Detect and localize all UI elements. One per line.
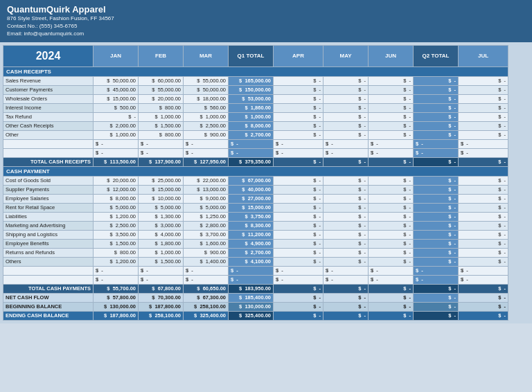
payment-row-returns: Returns and Refunds $ 800.00 $ 1,000.00 …	[3, 248, 533, 257]
payment-row-supplier: Supplier Payments $ 12,000.00 $ 15,000.0…	[3, 185, 533, 194]
payment-row-liabilities: Liabilities $ 1,200.00 $ 1,300.00 $ 1,25…	[3, 212, 533, 221]
label-customer-payments: Customer Payments	[3, 85, 94, 94]
payment-row-empty2: $ -$ -$ - $ - $ -$ -$ - $ - $ -	[3, 275, 533, 284]
col-jan: JAN	[94, 45, 139, 66]
col-jul: JUL	[459, 45, 508, 66]
label-sales-revenue: Sales Revenue	[3, 76, 94, 85]
col-jun: JUN	[369, 45, 414, 66]
company-header: QuantumQuirk Apparel 876 Style Street, F…	[0, 0, 532, 42]
receipt-row-taxrefund: Tax Refund $ - $ 1,000.00 $ 1,000.00 $ 1…	[3, 112, 533, 121]
payment-row-rent: Rent for Retail Space $ 5,000.00 $ 5,000…	[3, 203, 533, 212]
receipt-row-empty2: $ -$ -$ - $ - $ -$ -$ - $ - $ -	[3, 148, 533, 157]
col-apr: APR	[274, 45, 323, 66]
header-row: 2024 JAN FEB MAR Q1 TOTAL APR MAY JUN Q2…	[3, 45, 533, 66]
payment-row-cogs: Cost of Goods Sold $ 20,000.00 $ 25,000.…	[3, 176, 533, 185]
val: $ 165,000.00	[229, 76, 274, 85]
col-q1total: Q1 TOTAL	[229, 45, 274, 66]
company-address: 876 Style Street, Fashion Fusion, FF 345…	[7, 15, 525, 22]
beginning-balance-row: BEGINNING BALANCE $ 130,000.00 $ 187,800…	[3, 302, 533, 311]
net-cash-flow-row: NET CASH FLOW $ 57,800.00 $ 70,300.00 $ …	[3, 293, 533, 302]
receipt-row-other-cash: Other Cash Receipts $ 2,000.00 $ 1,500.0…	[3, 121, 533, 130]
company-name: QuantumQuirk Apparel	[7, 4, 525, 15]
receipt-row-customer: Customer Payments $ 45,000.00 $ 55,000.0…	[3, 85, 533, 94]
receipt-row-empty1: $ -$ -$ - $ - $ -$ -$ - $ - $ -	[3, 139, 533, 148]
receipt-row-other: Other $ 1,000.00 $ 800.00 $ 900.00 $ 2,7…	[3, 130, 533, 139]
val: $ -	[414, 76, 459, 85]
receipts-header-label: CASH RECEIPTS	[3, 66, 508, 76]
val: $ 50,000.00	[94, 76, 139, 85]
val: $ -	[274, 76, 323, 85]
payment-row-others: Others $ 1,200.00 $ 1,500.00 $ 1,400.00 …	[3, 257, 533, 266]
payment-row-salaries: Employee Salaries $ 8,000.00 $ 10,000.00…	[3, 194, 533, 203]
receipt-row-interest: Interest Income $ 500.00 $ 800.00 $ 560.…	[3, 103, 533, 112]
payment-row-shipping: Shipping and Logistics $ 3,500.00 $ 4,00…	[3, 230, 533, 239]
payment-row-marketing: Marketing and Advertising $ 2,500.00 $ 3…	[3, 221, 533, 230]
payment-row-empty1: $ -$ -$ - $ - $ -$ -$ - $ - $ -	[3, 266, 533, 275]
val: $ -	[459, 76, 508, 85]
val: $ -	[323, 76, 369, 85]
col-mar: MAR	[184, 45, 229, 66]
company-email: Email: info@quantumquirk.com	[7, 30, 525, 37]
payment-row-benefits: Employee Benefits $ 1,500.00 $ 1,800.00 …	[3, 239, 533, 248]
receipt-row-wholesale: Wholesale Orders $ 15,000.00 $ 20,000.00…	[3, 94, 533, 103]
ending-balance-row: ENDING CASH BALANCE $ 187,800.00 $ 258,1…	[3, 311, 533, 320]
company-contact: Contact No.: (555) 345-6765	[7, 22, 525, 30]
payments-header-label: CASH PAYMENT	[3, 166, 508, 176]
val: $ -	[369, 76, 414, 85]
total-receipts-row: TOTAL CASH RECEIPTS $ 113,500.00 $ 137,9…	[3, 157, 533, 166]
receipts-section-header: CASH RECEIPTS	[3, 66, 533, 76]
val: $ 60,000.00	[139, 76, 184, 85]
year-cell: 2024	[3, 45, 94, 66]
col-may: MAY	[323, 45, 369, 66]
total-payments-row: TOTAL CASH PAYMENTS $ 55,700.00 $ 67,800…	[3, 284, 533, 293]
cash-flow-table: 2024 JAN FEB MAR Q1 TOTAL APR MAY JUN Q2…	[3, 45, 532, 321]
payments-section-header: CASH PAYMENT	[3, 166, 533, 176]
receipt-row-sales: Sales Revenue $ 50,000.00 $ 60,000.00 $ …	[3, 76, 533, 85]
col-feb: FEB	[139, 45, 184, 66]
spreadsheet: 2024 JAN FEB MAR Q1 TOTAL APR MAY JUN Q2…	[0, 42, 532, 323]
col-q2total: Q2 TOTAL	[414, 45, 459, 66]
val: $ 55,000.00	[184, 76, 229, 85]
